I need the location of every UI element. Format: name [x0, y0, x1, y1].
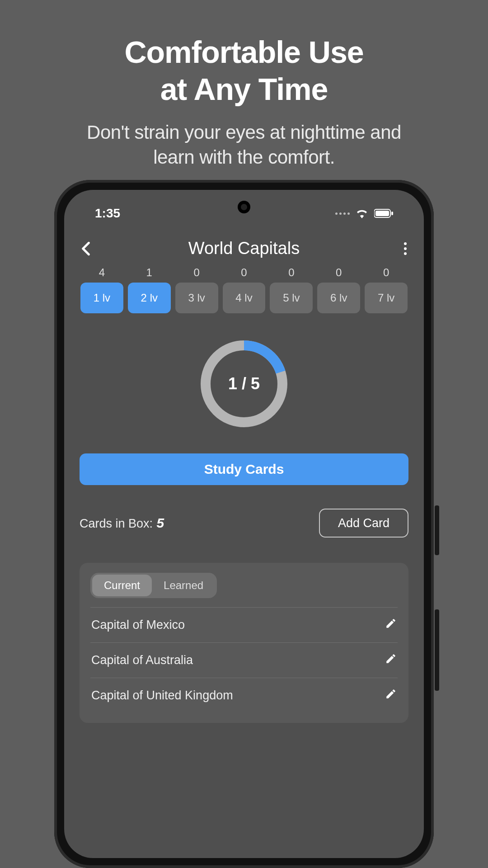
battery-icon — [374, 209, 393, 218]
card-title: Capital of Mexico — [91, 618, 185, 632]
level-count: 0 — [241, 266, 247, 279]
promo-subtitle: Don't strain your eyes at nighttime and … — [0, 120, 488, 170]
level-1[interactable]: 4 1 lv — [80, 266, 123, 313]
level-count: 0 — [383, 266, 389, 279]
progress-ring: 1 / 5 — [80, 339, 408, 429]
level-7[interactable]: 0 7 lv — [365, 266, 408, 313]
level-count: 0 — [336, 266, 342, 279]
level-box[interactable]: 2 lv — [128, 283, 171, 313]
more-vertical-icon — [404, 242, 407, 255]
study-cards-button[interactable]: Study Cards — [80, 453, 408, 485]
phone-side-button — [435, 505, 439, 555]
box-label: Cards in Box: — [80, 517, 153, 530]
promo-title: Comfortable Use at Any Time — [0, 34, 488, 108]
phone-bezel: 1:35 World Capitals — [64, 190, 424, 858]
card-item[interactable]: Capital of Australia — [90, 642, 398, 678]
phone-screen: 1:35 World Capitals — [67, 193, 421, 855]
level-count: 4 — [99, 266, 105, 279]
promo-title-line1: Comfortable Use — [124, 35, 363, 69]
level-2[interactable]: 1 2 lv — [128, 266, 171, 313]
tab-current[interactable]: Current — [92, 575, 152, 596]
promo-title-line2: at Any Time — [160, 72, 328, 106]
svg-rect-2 — [391, 212, 393, 215]
level-box[interactable]: 6 lv — [317, 283, 360, 313]
level-3[interactable]: 0 3 lv — [175, 266, 218, 313]
level-6[interactable]: 0 6 lv — [317, 266, 360, 313]
box-count: 5 — [157, 515, 164, 530]
card-list: Capital of Mexico Capital of Australia C… — [90, 607, 398, 713]
more-button[interactable] — [389, 242, 407, 255]
back-button[interactable] — [81, 241, 99, 256]
cards-box-row: Cards in Box: 5 Add Card — [80, 509, 408, 538]
pencil-icon[interactable] — [385, 653, 397, 668]
segmented-control: Current Learned — [90, 573, 217, 598]
status-icons — [335, 208, 393, 218]
pencil-icon[interactable] — [385, 618, 397, 632]
card-item[interactable]: Capital of United Kingdom — [90, 678, 398, 713]
pencil-icon[interactable] — [385, 688, 397, 703]
phone-camera — [238, 201, 250, 213]
tab-learned[interactable]: Learned — [152, 575, 215, 596]
levels-row: 4 1 lv 1 2 lv 0 3 lv 0 4 lv 0 5 lv — [80, 266, 408, 313]
level-box[interactable]: 1 lv — [80, 283, 123, 313]
level-count: 1 — [146, 266, 152, 279]
cards-in-box-label: Cards in Box: 5 — [80, 515, 164, 531]
wifi-icon — [355, 208, 369, 218]
phone-side-button — [435, 609, 439, 691]
level-5[interactable]: 0 5 lv — [270, 266, 313, 313]
card-title: Capital of United Kingdom — [91, 689, 233, 703]
level-4[interactable]: 0 4 lv — [223, 266, 266, 313]
level-count: 0 — [193, 266, 199, 279]
status-time: 1:35 — [95, 206, 120, 221]
svg-rect-1 — [375, 211, 389, 216]
card-title: Capital of Australia — [91, 653, 193, 667]
level-box[interactable]: 3 lv — [175, 283, 218, 313]
signal-dots-icon — [335, 212, 350, 215]
page-title: World Capitals — [99, 239, 389, 258]
card-item[interactable]: Capital of Mexico — [90, 607, 398, 642]
progress-text: 1 / 5 — [199, 339, 289, 429]
level-count: 0 — [288, 266, 294, 279]
promo-subtitle-line1: Don't strain your eyes at nighttime and — [87, 122, 401, 143]
level-box[interactable]: 7 lv — [365, 283, 408, 313]
phone-frame: 1:35 World Capitals — [54, 180, 434, 868]
level-box[interactable]: 5 lv — [270, 283, 313, 313]
cards-panel: Current Learned Capital of Mexico Capita… — [80, 563, 408, 723]
promo-subtitle-line2: learn with the comfort. — [153, 146, 335, 168]
app-header: World Capitals — [80, 239, 408, 258]
level-box[interactable]: 4 lv — [223, 283, 266, 313]
add-card-button[interactable]: Add Card — [319, 509, 408, 538]
